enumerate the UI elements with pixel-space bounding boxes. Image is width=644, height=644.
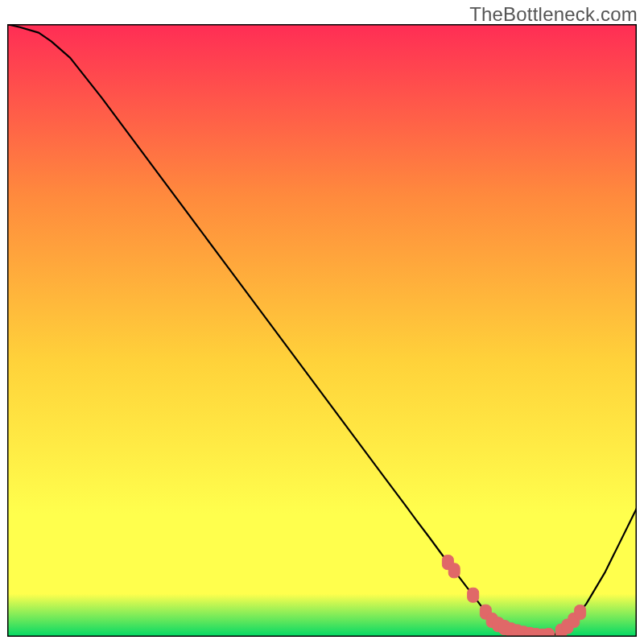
gradient-background <box>7 24 637 637</box>
marker-point <box>543 628 555 637</box>
plot-area <box>7 24 637 637</box>
marker-point <box>575 605 586 620</box>
marker-point <box>468 588 479 602</box>
chart-svg <box>7 24 637 637</box>
chart-frame: TheBottleneck.com <box>0 0 644 644</box>
marker-point <box>448 564 460 578</box>
watermark-text: TheBottleneck.com <box>469 3 638 26</box>
